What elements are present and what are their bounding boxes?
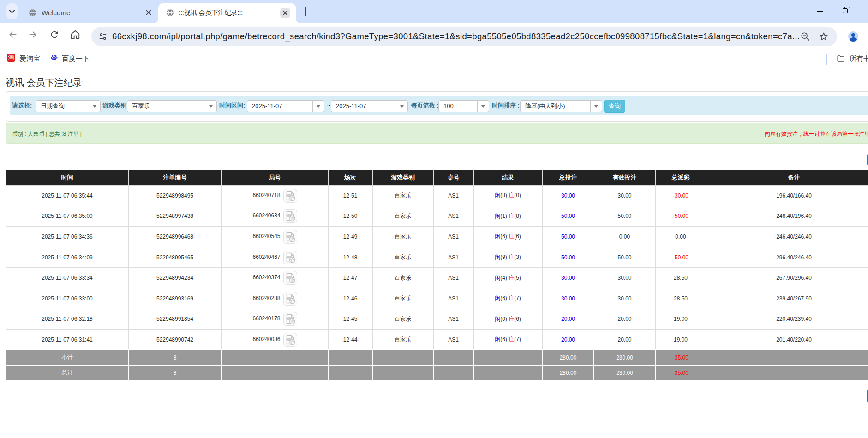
svg-text:du: du — [53, 57, 56, 60]
